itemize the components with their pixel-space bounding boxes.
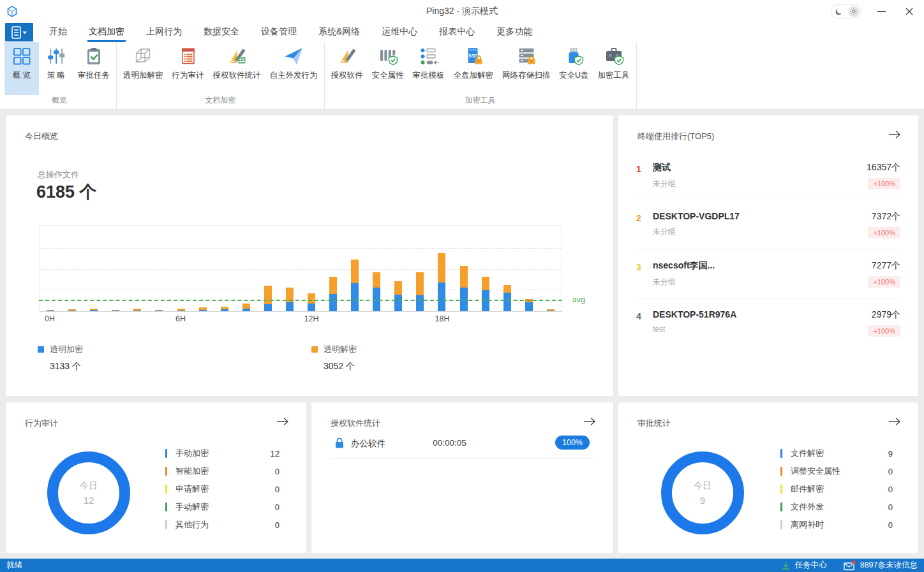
ribbon-btn-label: 安全U盘 <box>559 70 589 81</box>
moon-icon[interactable] <box>835 8 842 15</box>
bar-group <box>387 226 409 311</box>
ribbon-btn-label: 加密工具 <box>598 70 630 81</box>
legend-value: 3052 个 <box>324 361 357 372</box>
legend-row: 智能加密 0 <box>165 462 279 480</box>
unread-messages-button[interactable]: 8897条未读信息 <box>844 560 918 571</box>
bar-group <box>170 226 191 311</box>
app-menu-button[interactable] <box>5 23 33 41</box>
behavior-legend: 手动加密 12 智能加密 0 申请解密 0 手 <box>165 444 279 534</box>
legend-row: 手动解密 0 <box>165 498 279 516</box>
ribbon-btn-label: 授权软件 <box>331 70 363 81</box>
legend-row: 邮件解密 0 <box>780 480 893 498</box>
unread-messages-label: 8897条未读信息 <box>860 560 918 571</box>
sun-icon[interactable] <box>848 6 860 17</box>
tab-report-center[interactable]: 报表中心 <box>438 23 476 42</box>
task-center-label: 任务中心 <box>795 560 827 571</box>
total-files-label: 总操作文件 <box>38 169 79 180</box>
task-center-button[interactable]: 任务中心 <box>781 560 827 571</box>
ribbon-btn-secure-usb[interactable]: 安全U盘 <box>555 42 593 95</box>
tab-start[interactable]: 开始 <box>48 23 68 42</box>
tab-data-security[interactable]: 数据安全 <box>202 23 241 42</box>
x-tick-label: 12H <box>304 314 319 323</box>
ribbon-btn-encryption-toolbox[interactable]: 加密工具 <box>593 42 634 95</box>
ranking-row[interactable]: 2 DESKTOP-VGDPL17 未分组 7372个 +100% <box>636 200 900 249</box>
change-badge: +100% <box>868 227 900 238</box>
ribbon-btn-label: 全盘加解密 <box>454 70 494 81</box>
briefcase-shield-icon <box>603 45 625 67</box>
arrow-right-icon[interactable] <box>276 416 290 429</box>
wireframe-cube-icon <box>132 45 154 67</box>
ribbon-btn-network-storage-scan[interactable]: 网络存储扫描 <box>498 42 555 95</box>
percent-badge: 100% <box>555 436 590 450</box>
tab-ops-center[interactable]: 运维中心 <box>380 23 419 42</box>
app-menu-icon <box>10 26 29 40</box>
arrow-right-icon[interactable] <box>583 416 597 429</box>
legend-value: 0 <box>275 520 279 530</box>
ribbon-btn-label: 透明加解密 <box>123 70 163 81</box>
bar-group <box>235 226 257 311</box>
total-files-value: 6185 个 <box>36 180 97 203</box>
terminal-name: DESKTOP-51R976A <box>653 309 868 319</box>
ribbon-btn-policy[interactable]: 策 略 <box>39 42 73 95</box>
ribbon-btn-transparent-encdec[interactable]: 透明加解密 <box>119 42 168 95</box>
ribbon-tabs: 开始 文档加密 上网行为 数据安全 设备管理 系统&网络 运维中心 报表中心 更… <box>38 23 543 42</box>
rank-number: 2 <box>636 211 653 238</box>
bar-group <box>431 226 452 311</box>
legend-value: 0 <box>888 467 893 476</box>
terminal-name: 测试 <box>653 162 867 173</box>
rank-number: 1 <box>636 162 653 189</box>
ribbon-btn-behavior-audit[interactable]: 行为审计 <box>168 42 209 95</box>
arrow-right-icon[interactable] <box>888 129 902 142</box>
ribbon-btn-outgoing-behavior[interactable]: 自主外发行为 <box>265 42 322 95</box>
legend-row: 文件解密 9 <box>780 444 893 462</box>
bar-group <box>344 226 366 311</box>
panel-title: 终端使用排行(TOP5) <box>637 131 714 142</box>
tab-web-behavior[interactable]: 上网行为 <box>145 23 183 42</box>
tab-more-features[interactable]: 更多功能 <box>495 23 533 42</box>
bar-group <box>409 226 431 311</box>
fence-shield-icon <box>377 45 399 67</box>
software-row[interactable]: 办公软件 00:00:05 100% <box>311 434 613 453</box>
tab-document-encryption[interactable]: 文档加密 <box>87 23 126 42</box>
ribbon-btn-authorized-software[interactable]: 授权软件 <box>327 42 368 95</box>
legend-item-decrypt: 透明解密 3052 个 <box>311 344 357 372</box>
overview-grid-icon <box>11 45 33 67</box>
legend-value: 0 <box>275 502 279 512</box>
ranking-row[interactable]: 4 DESKTOP-51R976A test 2979个 +100% <box>636 298 900 347</box>
panel-terminal-ranking: 终端使用排行(TOP5) 1 测试 未分组 16357个 +100% <box>618 115 919 397</box>
ribbon: 概 览 策 略 审批任务 概览 <box>0 42 924 110</box>
legend-item-encrypt: 透明加密 3133 个 <box>38 344 83 372</box>
ribbon-btn-security-attributes[interactable]: 安全属性 <box>368 42 408 95</box>
download-icon <box>781 561 791 571</box>
window-title: Ping32 - 演示模式 <box>0 6 924 17</box>
close-button[interactable] <box>901 3 918 20</box>
legend-label: 手动解密 <box>175 501 275 513</box>
dashboard: 今日概览 总操作文件 6185 个 avg 0H6H12H18H <box>0 110 924 559</box>
terminal-group: 未分组 <box>653 226 868 237</box>
theme-toggle[interactable] <box>831 4 861 18</box>
ranking-row[interactable]: 1 测试 未分组 16357个 +100% <box>636 151 900 200</box>
tab-device-management[interactable]: 设备管理 <box>260 23 298 42</box>
ribbon-btn-approval-template[interactable]: 审批模板 <box>408 42 449 95</box>
panel-authorized-software: 授权软件统计 办公软件 00:00:05 100% <box>311 402 614 554</box>
tab-system-network[interactable]: 系统&网络 <box>317 23 361 42</box>
ribbon-group-overview: 概 览 策 略 审批任务 概览 <box>3 42 117 109</box>
legend-value: 0 <box>275 467 279 476</box>
legend-value: 12 <box>271 449 279 458</box>
avg-label: avg <box>572 295 585 304</box>
rank-number: 3 <box>636 260 653 288</box>
ribbon-btn-fulldisk-encdec[interactable]: SSD 全盘加解密 <box>449 42 498 95</box>
terminal-count: 16357个 <box>867 162 900 173</box>
ribbon-btn-label: 网络存储扫描 <box>502 70 550 81</box>
minimize-button[interactable] <box>873 3 890 20</box>
statusbar: 就绪 任务中心 8897条未读信息 <box>0 559 924 572</box>
terminal-name: DESKTOP-VGDPL17 <box>653 211 868 221</box>
ribbon-btn-approval-tasks[interactable]: 审批任务 <box>73 42 114 95</box>
arrow-right-icon[interactable] <box>888 416 902 429</box>
ribbon-group-label: 概览 <box>4 95 114 109</box>
donut-center-value: 9 <box>700 495 705 506</box>
ribbon-btn-overview[interactable]: 概 览 <box>4 42 39 95</box>
x-tick-label: 6H <box>175 314 186 323</box>
ribbon-btn-authorized-software-stats[interactable]: 授权软件统计 <box>209 42 265 95</box>
ranking-row[interactable]: 3 nsecsoft李国... 未分组 7277个 +100% <box>636 249 900 298</box>
